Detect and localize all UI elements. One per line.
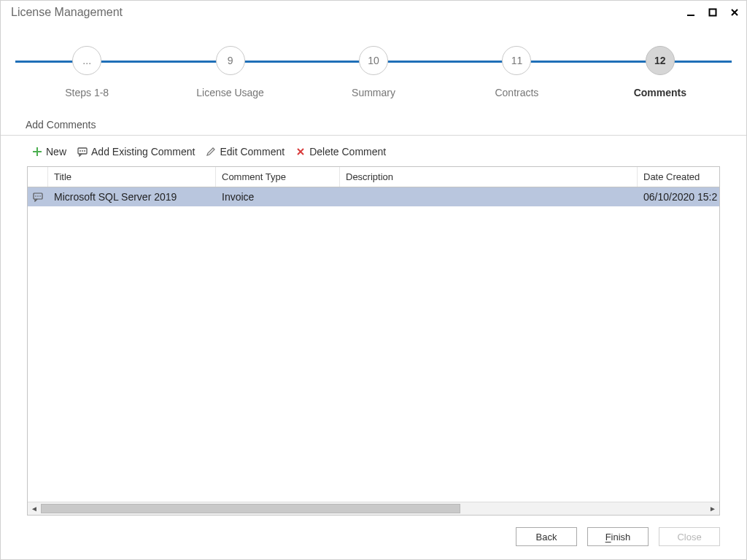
comments-grid: Title Comment Type Description Date Crea… (27, 166, 720, 516)
grid-header-comment-type[interactable]: Comment Type (216, 167, 340, 187)
step-badge: 10 (359, 46, 388, 75)
section-divider (1, 135, 746, 136)
table-row[interactable]: Microsoft SQL Server 2019 Invoice 06/10/… (28, 187, 719, 206)
step-summary[interactable]: 10 Summary (302, 46, 445, 98)
comment-icon (77, 146, 88, 158)
comment-icon (33, 192, 43, 202)
titlebar: License Management (1, 1, 746, 24)
maximize-icon (708, 8, 717, 17)
step-label: Summary (352, 87, 395, 98)
close-icon (730, 8, 739, 17)
maximize-button[interactable] (705, 5, 720, 20)
svg-point-8 (37, 195, 39, 197)
row-description (340, 194, 638, 200)
minimize-icon (686, 8, 695, 17)
scroll-left-button[interactable]: ◄ (28, 502, 41, 515)
grid-header-row: Title Comment Type Description Date Crea… (28, 167, 719, 187)
pencil-icon (205, 146, 217, 158)
step-label: Steps 1-8 (65, 87, 109, 98)
svg-point-9 (39, 195, 41, 197)
grid-body: Microsoft SQL Server 2019 Invoice 06/10/… (28, 187, 719, 502)
scroll-thumb[interactable] (41, 504, 460, 513)
close-window-button[interactable] (727, 5, 742, 20)
section-heading: Add Comments (1, 119, 746, 135)
step-label: License Usage (196, 87, 264, 98)
edit-comment-button[interactable]: Edit Comment (205, 146, 285, 158)
svg-point-7 (35, 195, 36, 197)
grid-header-date-created[interactable]: Date Created (638, 167, 719, 187)
svg-rect-1 (710, 9, 716, 16)
svg-point-3 (80, 150, 81, 152)
row-type-icon (28, 192, 48, 202)
svg-point-5 (84, 150, 85, 152)
scroll-track[interactable] (41, 504, 706, 513)
step-label: Comments (634, 87, 686, 98)
back-button[interactable]: Back (516, 527, 577, 546)
step-badge: 9 (216, 46, 245, 75)
window-title: License Management (11, 6, 684, 19)
license-management-window: License Management ... Steps 1-8 9 Licen… (0, 0, 747, 560)
svg-point-4 (82, 150, 83, 152)
scroll-right-button[interactable]: ► (706, 502, 719, 515)
plus-icon (31, 146, 43, 158)
new-comment-button[interactable]: New (31, 146, 66, 158)
minimize-button[interactable] (684, 5, 698, 20)
delete-comment-label: Delete Comment (309, 146, 386, 158)
row-date-created: 06/10/2020 15:2 (638, 188, 719, 206)
finish-button-label: Finish (605, 532, 631, 542)
step-1-8[interactable]: ... Steps 1-8 (15, 46, 158, 98)
delete-x-icon (295, 146, 306, 158)
grid-header-title[interactable]: Title (48, 167, 216, 187)
finish-button[interactable]: Finish (587, 527, 649, 546)
step-badge: ... (72, 46, 101, 75)
new-comment-label: New (46, 146, 66, 158)
back-button-label: Back (536, 532, 557, 542)
grid-header-description[interactable]: Description (340, 167, 638, 187)
add-existing-comment-label: Add Existing Comment (91, 146, 195, 158)
row-comment-type: Invoice (216, 188, 340, 206)
step-badge: 12 (646, 46, 675, 75)
window-controls (684, 5, 742, 20)
comments-toolbar: New Add Existing Comment Edit Comment De… (1, 143, 746, 166)
add-existing-comment-button[interactable]: Add Existing Comment (77, 146, 195, 158)
svg-rect-0 (687, 15, 694, 16)
wizard-stepper: ... Steps 1-8 9 License Usage 10 Summary… (1, 24, 746, 119)
grid-horizontal-scrollbar[interactable]: ◄ ► (28, 502, 719, 515)
wizard-footer: Back Finish Close (1, 524, 746, 559)
step-label: Contracts (495, 87, 538, 98)
close-button-label: Close (677, 532, 701, 542)
step-comments[interactable]: 12 Comments (589, 46, 732, 98)
stepper-row: ... Steps 1-8 9 License Usage 10 Summary… (15, 46, 732, 98)
step-contracts[interactable]: 11 Contracts (445, 46, 588, 98)
row-title: Microsoft SQL Server 2019 (48, 188, 216, 206)
delete-comment-button[interactable]: Delete Comment (295, 146, 386, 158)
grid-header-icon[interactable] (28, 167, 48, 187)
close-button: Close (659, 527, 720, 546)
step-badge: 11 (502, 46, 531, 75)
step-license-usage[interactable]: 9 License Usage (158, 46, 301, 98)
edit-comment-label: Edit Comment (220, 146, 285, 158)
